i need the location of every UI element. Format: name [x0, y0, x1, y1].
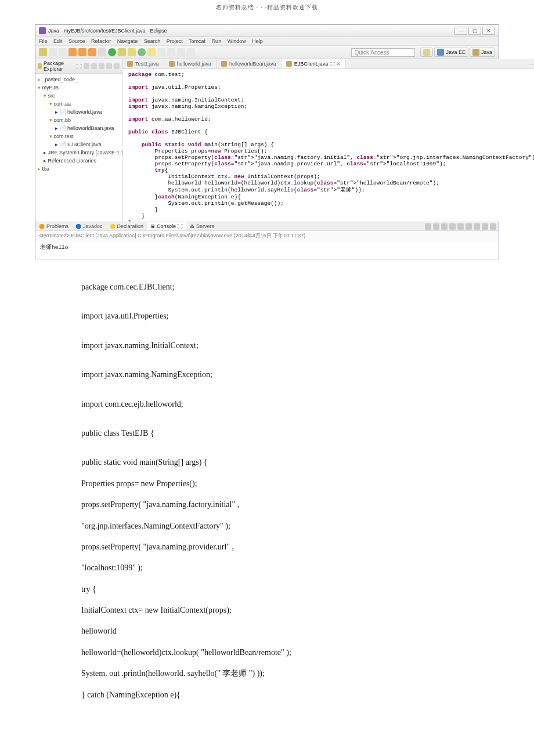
perspective-javaee-label: Java EE [446, 49, 466, 55]
code-line: props.setProperty( "java.naming.factory.… [81, 494, 499, 515]
window-titlebar: Java - myEJB/src/com/test/EJBClient.java… [35, 25, 499, 37]
code-line: import javax.naming.NamingException; [81, 364, 499, 385]
tree-item[interactable]: com.aa [38, 100, 120, 108]
tomcat-stop-icon[interactable] [78, 48, 86, 56]
editor-tab[interactable]: Test1.java [122, 59, 164, 68]
console-output: 老师hello [35, 241, 499, 259]
bottom-tab-javadoc[interactable]: 🔵Javadoc [72, 222, 106, 230]
tree-item[interactable]: com.test [38, 132, 120, 140]
page-header: 名师资料总结 · · ·精品资料欢迎下载 [0, 0, 534, 13]
min-icon[interactable] [482, 223, 488, 230]
run-icon[interactable] [108, 48, 116, 56]
quick-access-input[interactable]: Quick Access [351, 48, 415, 57]
package-explorer-title: Package Explorer [44, 60, 73, 72]
open-type-icon[interactable] [147, 48, 156, 56]
package-explorer-icon [38, 63, 42, 69]
code-line: import javax.naming.InitialContext; [81, 335, 499, 356]
perspective-javaee[interactable]: Java EE [434, 48, 468, 57]
toolbar: Quick Access Java EE Java [35, 46, 499, 59]
tree-item[interactable]: helloworld.java [38, 108, 120, 116]
package-explorer-tree[interactable]: _pasted_code_myEJBsrccom.aahelloworld.ja… [35, 74, 122, 175]
editor-min-icon[interactable]: — [529, 61, 534, 67]
editor-tab[interactable]: helloworld.java [164, 59, 217, 68]
new-pkg-icon[interactable] [128, 48, 136, 56]
menu-file[interactable]: File [39, 38, 48, 44]
code-line: "org.jnp.interfaces.NamingContextFactory… [81, 516, 499, 537]
pin-icon[interactable] [457, 223, 464, 230]
view-menu-icon[interactable] [99, 63, 104, 69]
tree-item[interactable]: EJBClient.java [38, 140, 120, 149]
code-editor[interactable]: package com.test; import java.util.Prope… [122, 69, 534, 222]
tomcat-start-icon[interactable] [68, 48, 77, 56]
package-explorer-tabfocus-icon: ⛶ [77, 63, 82, 69]
scroll-icon[interactable] [449, 223, 456, 230]
tomcat-restart-icon[interactable] [88, 48, 96, 56]
maximize-button[interactable]: ▢ [468, 27, 481, 35]
tree-item[interactable]: _pasted_code_ [38, 75, 120, 84]
menu-search[interactable]: Search [144, 38, 161, 44]
open-perspective-icon[interactable] [420, 48, 433, 57]
nav-fwd-icon[interactable] [187, 48, 195, 56]
minimize-view-icon[interactable] [106, 63, 112, 69]
display-icon[interactable] [466, 223, 472, 230]
minimize-button[interactable]: — [454, 27, 467, 35]
debug-icon[interactable] [98, 48, 106, 56]
bottom-tab-servers[interactable]: 🖧Servers [186, 222, 218, 230]
maximize-view-icon[interactable] [114, 63, 120, 69]
menu-run[interactable]: Run [212, 38, 222, 44]
collapse-icon[interactable] [84, 63, 89, 69]
new-icon[interactable] [39, 48, 47, 56]
editor-tab[interactable]: EJBClient.java ⛶ ✕ [282, 59, 347, 68]
code-listing: package com.cec.EJBClient; import java.u… [35, 277, 499, 706]
bottom-tab-console[interactable]: 🖥Console ⛶ [147, 222, 186, 230]
terminate-icon[interactable] [425, 223, 431, 230]
tree-item[interactable]: com.bb [38, 116, 120, 124]
menu-tomcat[interactable]: Tomcat [189, 38, 205, 44]
code-line: import java.util.Properties; [81, 306, 499, 327]
tree-item[interactable]: tba [38, 165, 120, 173]
menu-project[interactable]: Project [167, 38, 183, 44]
max-icon[interactable] [490, 223, 496, 230]
clear-icon[interactable] [441, 223, 448, 230]
code-line: System. out .println(helloworld. sayhell… [81, 663, 499, 684]
bottom-tab-declaration[interactable]: 🟡Declaration [106, 222, 147, 230]
link-editor-icon[interactable] [91, 63, 97, 69]
saveall-icon[interactable] [59, 48, 67, 56]
code-line: "localhost:1099" ); [81, 558, 499, 578]
close-button[interactable]: ✕ [482, 27, 495, 35]
perspective-java-label: Java [481, 49, 492, 55]
menu-refactor[interactable]: Refactor [91, 38, 111, 44]
code-line: public class TestEJB { [81, 423, 499, 444]
new-class-icon[interactable] [138, 48, 146, 56]
tree-item[interactable]: helloworldBean.java [38, 124, 120, 132]
tree-item[interactable]: src [38, 92, 120, 100]
perspective-java[interactable]: Java [470, 48, 495, 57]
menu-edit[interactable]: Edit [53, 38, 63, 44]
editor-area: Test1.javahelloworld.javahelloworldBean.… [122, 59, 534, 222]
nav-back-icon[interactable] [177, 48, 185, 56]
editor-tab[interactable]: helloworldBean.java [217, 59, 282, 68]
menu-help[interactable]: Help [252, 38, 263, 44]
code-line: helloworld [81, 621, 499, 642]
bottom-tab-problems[interactable]: 🟠Problems [35, 222, 72, 230]
save-icon[interactable] [49, 48, 57, 56]
code-line: Properties props= new Properties(); [81, 473, 499, 494]
code-line: helloworld=(helloworld)ctx.lookup( "hell… [81, 642, 499, 663]
code-line: props.setProperty( "java.naming.provider… [81, 537, 499, 558]
menu-window[interactable]: Window [228, 38, 246, 44]
code-line: public static void main(String[] args) { [81, 452, 499, 473]
extern-tools-icon[interactable] [118, 48, 126, 56]
tree-item[interactable]: myEJB [38, 84, 120, 92]
tree-item[interactable]: Referenced Libraries [38, 157, 120, 165]
code-line: package com.cec.EJBClient; [81, 277, 499, 298]
tree-item[interactable]: JRE System Library [JavaSE-1.7] [38, 149, 120, 157]
task-icon[interactable] [167, 48, 175, 56]
menu-navigate[interactable]: Navigate [117, 38, 138, 44]
remove-all-icon[interactable] [433, 223, 439, 230]
menu-source[interactable]: Source [68, 38, 85, 44]
eclipse-ide: Java - myEJB/src/com/test/EJBClient.java… [35, 24, 499, 259]
search-icon[interactable] [157, 48, 165, 56]
open-console-icon[interactable] [474, 223, 480, 230]
editor-tabs: Test1.javahelloworld.javahelloworldBean.… [122, 59, 534, 69]
console-header: <terminated> EJBClient [Java Application… [35, 231, 499, 241]
